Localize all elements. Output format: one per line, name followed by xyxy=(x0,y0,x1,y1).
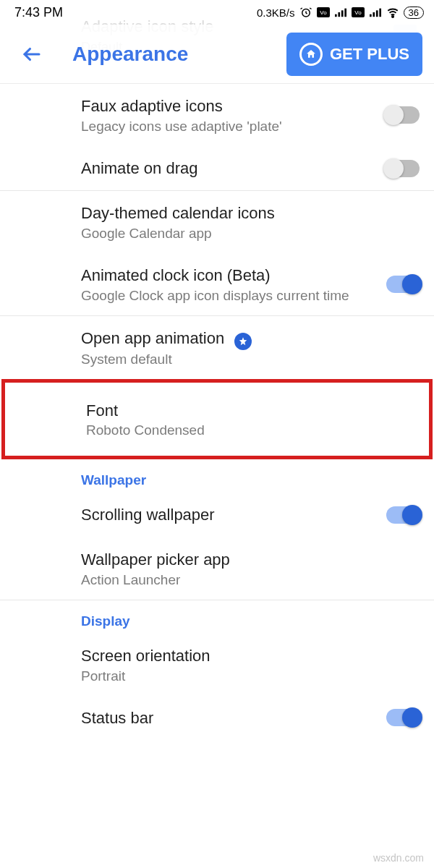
row-title: Wallpaper picker app xyxy=(81,549,420,571)
get-plus-label: GET PLUS xyxy=(330,45,409,64)
row-day-calendar-icons[interactable]: Day-themed calendar icons Google Calenda… xyxy=(0,191,434,253)
row-title: Open app animation xyxy=(81,328,420,350)
arrow-left-icon xyxy=(21,43,43,65)
row-animate-on-drag[interactable]: Animate on drag xyxy=(0,146,434,191)
volte-icon-1: Vo xyxy=(317,6,330,19)
signal-icon-1 xyxy=(334,6,347,19)
row-subtitle: Google Calendar app xyxy=(81,226,420,242)
home-icon xyxy=(299,43,323,66)
row-title: Status bar xyxy=(81,707,379,729)
svg-text:Vo: Vo xyxy=(320,9,327,16)
row-scrolling-wallpaper[interactable]: Scrolling wallpaper xyxy=(0,493,434,537)
row-title: Faux adaptive icons xyxy=(81,95,379,117)
toggle-animate-drag[interactable] xyxy=(386,160,420,177)
svg-rect-9 xyxy=(370,14,372,17)
toggle-scrolling-wallpaper[interactable] xyxy=(386,506,420,524)
svg-rect-6 xyxy=(344,9,346,17)
alarm-icon xyxy=(299,6,312,19)
star-icon xyxy=(234,333,252,350)
net-speed: 0.3KB/s xyxy=(257,7,295,19)
row-subtitle: System default xyxy=(81,352,420,367)
row-title: Animated clock icon (Beta) xyxy=(81,265,379,286)
svg-rect-3 xyxy=(335,14,337,17)
row-subtitle: Action Launcher xyxy=(81,572,420,588)
status-bar: 7:43 PM 0.3KB/s Vo Vo 36 xyxy=(0,0,434,25)
app-bar: Appearance GET PLUS xyxy=(0,25,434,84)
svg-text:Vo: Vo xyxy=(354,9,362,16)
row-title: Font xyxy=(86,400,414,422)
toggle-faux-adaptive[interactable] xyxy=(386,106,420,124)
row-wallpaper-picker[interactable]: Wallpaper picker app Action Launcher xyxy=(0,537,434,600)
row-subtitle: Google Clock app icon displays current t… xyxy=(81,288,379,304)
row-status-bar[interactable]: Status bar xyxy=(0,696,434,735)
svg-rect-10 xyxy=(373,12,375,17)
volte-icon-2: Vo xyxy=(352,6,365,19)
svg-rect-11 xyxy=(375,10,378,17)
status-icons: 0.3KB/s Vo Vo 36 xyxy=(257,6,424,19)
row-title: Day-themed calendar icons xyxy=(81,203,420,224)
back-button[interactable] xyxy=(17,40,46,69)
row-animated-clock[interactable]: Animated clock icon (Beta) Google Clock … xyxy=(0,253,434,315)
section-display: Display xyxy=(0,600,434,634)
battery-indicator: 36 xyxy=(404,7,424,19)
status-time: 7:43 PM xyxy=(14,5,63,20)
get-plus-button[interactable]: GET PLUS xyxy=(286,33,422,76)
row-title: Scrolling wallpaper xyxy=(81,504,379,526)
row-subtitle: Roboto Condensed xyxy=(86,422,414,438)
toggle-animated-clock[interactable] xyxy=(386,276,420,293)
svg-rect-12 xyxy=(379,9,381,17)
settings-list: Faux adaptive icons Legacy icons use ada… xyxy=(0,84,434,734)
wifi-icon xyxy=(386,6,399,19)
watermark: wsxdn.com xyxy=(373,852,424,864)
row-subtitle: Portrait xyxy=(81,668,420,684)
row-open-app-animation[interactable]: Open app animation System default xyxy=(0,316,434,379)
svg-rect-5 xyxy=(341,10,343,17)
row-font[interactable]: Font Roboto Condensed xyxy=(1,379,433,460)
toggle-status-bar[interactable] xyxy=(386,709,420,726)
page-title: Appearance xyxy=(72,43,286,66)
row-title: Animate on drag xyxy=(81,158,379,179)
section-wallpaper: Wallpaper xyxy=(0,459,434,493)
svg-rect-4 xyxy=(338,12,340,17)
row-faux-adaptive-icons[interactable]: Faux adaptive icons Legacy icons use ada… xyxy=(0,84,434,146)
row-subtitle: Legacy icons use adaptive 'plate' xyxy=(81,119,379,135)
signal-icon-2 xyxy=(369,6,382,19)
row-title: Screen orientation xyxy=(81,645,420,667)
svg-point-13 xyxy=(391,16,393,17)
row-screen-orientation[interactable]: Screen orientation Portrait xyxy=(0,634,434,696)
